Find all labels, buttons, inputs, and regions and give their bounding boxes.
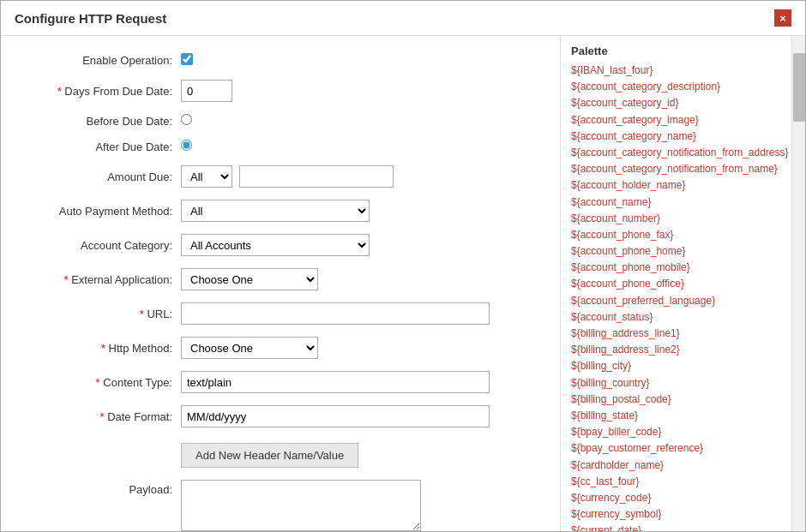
after-due-radio[interactable]: [181, 140, 192, 151]
after-due-control: [181, 140, 490, 153]
add-header-button[interactable]: Add New Header Name/Value: [181, 443, 358, 468]
palette-item[interactable]: ${cardholder_name}: [571, 457, 781, 474]
date-format-row: Date Format:: [35, 405, 543, 427]
amount-due-input[interactable]: [239, 165, 394, 188]
http-method-row: Http Method: Choose One: [35, 337, 543, 359]
amount-due-label: Amount Due:: [35, 170, 181, 183]
http-method-control: Choose One: [181, 337, 490, 359]
days-from-due-control: [181, 80, 490, 102]
external-app-row: External Application: Choose One: [35, 268, 543, 290]
url-row: URL:: [35, 302, 543, 325]
palette-title: Palette: [571, 45, 781, 57]
dialog-title: Configure HTTP Request: [15, 11, 166, 26]
palette-item[interactable]: ${bpay_customer_reference}: [571, 440, 781, 457]
url-input[interactable]: [181, 302, 490, 325]
amount-due-select[interactable]: All: [181, 165, 232, 188]
auto-payment-control: All: [181, 200, 490, 222]
palette-item[interactable]: ${billing_address_line2}: [571, 342, 781, 358]
palette-item[interactable]: ${account_phone_mobile}: [571, 260, 781, 276]
account-category-label: Account Category:: [35, 239, 181, 252]
palette-item[interactable]: ${billing_postal_code}: [571, 392, 781, 408]
enable-operation-control: [181, 53, 490, 68]
external-app-select[interactable]: Choose One: [181, 268, 318, 290]
palette-item[interactable]: ${account_name}: [571, 194, 781, 211]
days-from-due-row: Days From Due Date:: [35, 80, 543, 102]
palette-item[interactable]: ${billing_address_line1}: [571, 326, 781, 342]
palette-item[interactable]: ${account_phone_office}: [571, 276, 781, 292]
url-label: URL:: [35, 308, 181, 320]
amount-due-control: All: [181, 165, 490, 188]
palette-item[interactable]: ${account_preferred_language}: [571, 293, 781, 309]
palette-item[interactable]: ${account_category_description}: [571, 79, 781, 95]
palette-item[interactable]: ${billing_state}: [571, 408, 781, 424]
account-category-select[interactable]: All Accounts: [181, 234, 370, 256]
auto-payment-select[interactable]: All: [181, 200, 370, 222]
palette-item[interactable]: ${currency_symbol}: [571, 506, 781, 523]
palette-item[interactable]: ${billing_city}: [571, 358, 781, 374]
before-due-row: Before Due Date:: [35, 114, 543, 128]
payload-row: Payload:: [35, 480, 543, 531]
external-app-label: External Application:: [35, 273, 181, 286]
days-from-due-label: Days From Due Date:: [35, 85, 181, 98]
palette-item[interactable]: ${IBAN_last_four}: [571, 63, 781, 79]
palette-item[interactable]: ${account_category_notification_from_nam…: [571, 161, 781, 177]
palette-item[interactable]: ${account_category_notification_from_add…: [571, 145, 781, 161]
scroll-track: [793, 36, 805, 531]
payload-textarea[interactable]: [181, 480, 421, 531]
configure-http-dialog: Configure HTTP Request × Enable Operatio…: [0, 0, 806, 532]
palette-item[interactable]: ${account_status}: [571, 309, 781, 326]
enable-operation-checkbox[interactable]: [181, 53, 193, 65]
content-type-row: Content Type:: [35, 371, 543, 393]
palette-items: ${IBAN_last_four}${account_category_desc…: [571, 63, 781, 531]
days-from-due-input[interactable]: [181, 80, 232, 102]
payload-label: Payload:: [35, 480, 181, 496]
content-type-label: Content Type:: [35, 376, 181, 389]
enable-operation-label: Enable Operation:: [35, 54, 181, 67]
palette-item[interactable]: ${bpay_biller_code}: [571, 424, 781, 440]
auto-payment-row: Auto Payment Method: All: [35, 200, 543, 222]
external-app-control: Choose One: [181, 268, 490, 290]
http-method-label: Http Method:: [35, 342, 181, 355]
content-type-input[interactable]: [181, 371, 490, 393]
date-format-input[interactable]: [181, 405, 490, 427]
palette-item[interactable]: ${account_category_name}: [571, 129, 781, 145]
before-due-label: Before Due Date:: [35, 115, 181, 128]
palette-item[interactable]: ${cc_last_four}: [571, 474, 781, 490]
amount-due-row: Amount Due: All: [35, 165, 543, 188]
palette-item[interactable]: ${current_date}: [571, 523, 781, 531]
enable-operation-row: Enable Operation:: [35, 53, 543, 68]
account-category-control: All Accounts: [181, 234, 490, 256]
palette-item[interactable]: ${account_phone_home}: [571, 243, 781, 260]
palette-item[interactable]: ${account_holder_name}: [571, 177, 781, 194]
dialog-header: Configure HTTP Request ×: [1, 1, 805, 36]
palette-item[interactable]: ${billing_country}: [571, 375, 781, 392]
close-button[interactable]: ×: [774, 9, 791, 27]
account-category-row: Account Category: All Accounts: [35, 234, 543, 256]
date-format-control: [181, 405, 490, 427]
url-control: [181, 302, 490, 325]
dialog-body: Enable Operation: Days From Due Date: Be…: [1, 36, 805, 531]
date-format-label: Date Format:: [35, 410, 181, 423]
form-panel: Enable Operation: Days From Due Date: Be…: [1, 36, 560, 531]
palette-item[interactable]: ${account_category_id}: [571, 95, 781, 111]
scrollbar[interactable]: [791, 36, 805, 531]
add-header-row: Add New Header Name/Value: [35, 439, 543, 468]
content-type-control: [181, 371, 490, 393]
before-due-radio[interactable]: [181, 114, 192, 125]
palette-panel: Palette ${IBAN_last_four}${account_categ…: [560, 36, 791, 531]
auto-payment-label: Auto Payment Method:: [35, 205, 181, 218]
palette-item[interactable]: ${account_phone_fax}: [571, 227, 781, 243]
palette-item[interactable]: ${account_number}: [571, 211, 781, 227]
palette-item[interactable]: ${currency_code}: [571, 490, 781, 506]
after-due-label: After Due Date:: [35, 140, 181, 153]
before-due-control: [181, 114, 490, 128]
http-method-select[interactable]: Choose One: [181, 337, 318, 359]
after-due-row: After Due Date:: [35, 140, 543, 153]
scroll-thumb[interactable]: [793, 53, 805, 122]
palette-item[interactable]: ${account_category_image}: [571, 112, 781, 129]
